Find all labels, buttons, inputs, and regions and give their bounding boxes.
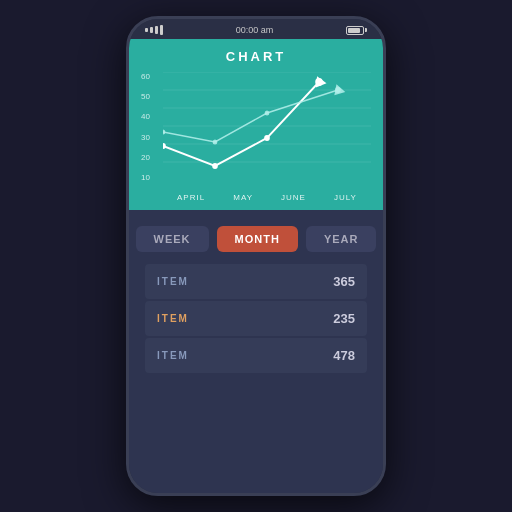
y-label-60: 60 [141,72,161,81]
status-bar: 00:00 am [129,19,383,39]
item-label-1: ITEM [157,276,189,287]
x-label-july: JULY [334,193,357,202]
teal-line [163,90,338,142]
items-section: ITEM 365 ITEM 235 ITEM 478 [129,264,383,493]
line-chart-svg [163,72,371,182]
x-label-may: MAY [233,193,253,202]
dot-june-white [264,135,270,141]
y-label-30: 30 [141,133,161,142]
dot-april-teal [163,130,165,135]
signal-bar-1 [145,28,148,32]
item-value-3: 478 [333,348,355,363]
signal-indicator [145,25,163,35]
chart-title: CHART [129,39,383,72]
x-label-june: JUNE [281,193,306,202]
phone-frame: 00:00 am CHART 60 50 40 30 20 10 [126,16,386,496]
tab-year-button[interactable]: YEAR [306,226,377,252]
y-label-20: 20 [141,153,161,162]
signal-bar-3 [155,26,158,34]
chart-container: 60 50 40 30 20 10 [141,72,371,202]
battery-fill [348,28,360,33]
y-label-10: 10 [141,173,161,182]
battery-body [346,26,364,35]
signal-bar-4 [160,25,163,35]
item-label-3: ITEM [157,350,189,361]
clock: 00:00 am [236,25,274,35]
item-row-2: ITEM 235 [145,301,367,336]
dot-may-white [212,163,218,169]
arrow-teal [332,82,345,95]
y-label-50: 50 [141,92,161,101]
tab-buttons-group: WEEK MONTH YEAR [149,226,363,252]
item-row-1: ITEM 365 [145,264,367,299]
tab-week-button[interactable]: WEEK [136,226,209,252]
item-row-3: ITEM 478 [145,338,367,373]
x-label-april: APRIL [177,193,205,202]
chart-section: CHART 60 50 40 30 20 10 [129,39,383,210]
dot-june-teal [265,111,270,116]
battery-indicator [346,26,367,35]
item-label-2: ITEM [157,313,189,324]
chart-y-axis: 60 50 40 30 20 10 [141,72,161,182]
item-value-2: 235 [333,311,355,326]
y-label-40: 40 [141,112,161,121]
controls-section: WEEK MONTH YEAR [129,210,383,264]
signal-bar-2 [150,27,153,33]
battery-tip [365,28,367,32]
chart-svg-area [163,72,371,182]
chart-x-axis: APRIL MAY JUNE JULY [163,193,371,202]
dot-may-teal [213,140,218,145]
white-line [163,82,319,166]
item-value-1: 365 [333,274,355,289]
tab-month-button[interactable]: MONTH [217,226,298,252]
